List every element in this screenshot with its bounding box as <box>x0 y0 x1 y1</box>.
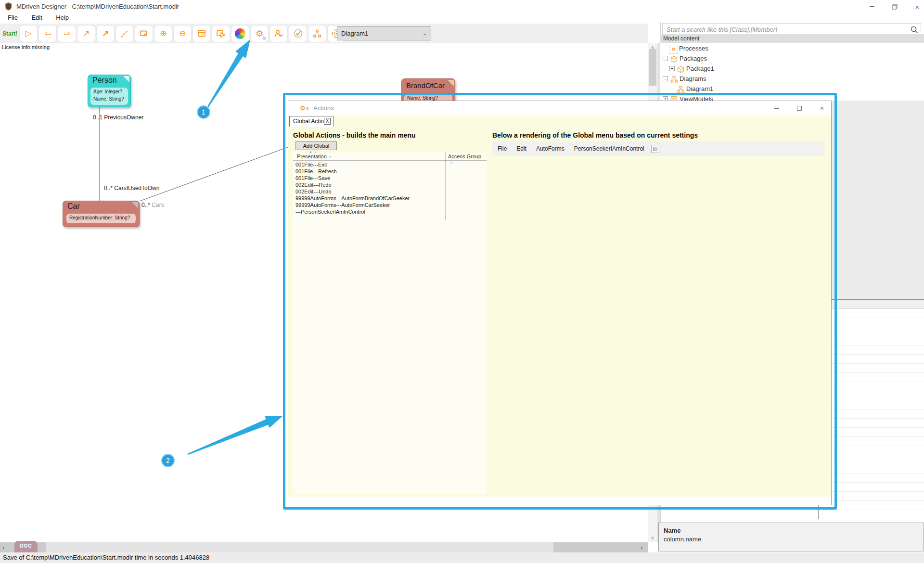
class-brandofcar-name: BrandOfCar <box>406 81 445 90</box>
person-attr-age: Age: Integer? <box>93 88 125 95</box>
package-icon <box>677 65 685 73</box>
assoc-previousowner-label: 0..1 PreviousOwner <box>93 114 143 121</box>
highlight-rectangle <box>283 93 837 510</box>
minimize-button[interactable] <box>865 3 879 11</box>
tree-item-package1[interactable]: + Package1 <box>660 64 924 74</box>
status-text: Save of C:\temp\MDrivenEducation\Start.m… <box>3 554 209 561</box>
model-content-header: Model content <box>660 34 924 43</box>
app-logo-icon <box>4 2 13 11</box>
tree-item-packages[interactable]: - Packages <box>660 54 924 64</box>
diagram-icon <box>670 75 678 83</box>
fold-corner-icon <box>123 76 129 82</box>
car-attr-registrationnumber: RegistrationNumber: String? <box>69 214 133 221</box>
styles-button[interactable] <box>231 25 249 42</box>
tree-item-processes[interactable]: » Processes <box>660 44 924 54</box>
viewmodel-editor-button[interactable] <box>308 25 326 42</box>
window-title: MDriven Designer - C:\temp\MDrivenEducat… <box>16 3 179 10</box>
property-label: Name <box>664 527 680 534</box>
zoom-in-button[interactable]: ⊕ <box>154 25 172 42</box>
check-circle-icon <box>293 28 303 38</box>
model-tree: » Processes - Packages + Package1 - Diag… <box>660 43 924 101</box>
search-icon[interactable] <box>910 26 919 34</box>
collapse-icon[interactable]: - <box>663 76 668 81</box>
zoom-out-icon: ⊖ <box>179 29 186 38</box>
class-person-name: Person <box>92 76 117 85</box>
scroll-left-icon[interactable]: ‹ <box>2 544 4 551</box>
step-1-badge: 1 <box>197 105 210 119</box>
access-groups-button[interactable] <box>270 25 288 42</box>
draw-association-button[interactable]: ↗ <box>77 25 95 42</box>
scroll-right-icon[interactable]: › <box>641 544 642 551</box>
validate-model-button[interactable] <box>192 25 211 42</box>
draw-dependency-button[interactable] <box>116 25 134 42</box>
node-tree-icon <box>312 29 322 38</box>
arrow-ne-icon: ↗ <box>83 29 90 38</box>
close-button[interactable]: × <box>910 3 924 11</box>
class-person[interactable]: Person Age: Integer? Name: String? <box>88 75 131 107</box>
status-bar: Save of C:\temp\MDrivenEducation\Start.m… <box>0 552 924 563</box>
autoform-run-button[interactable] <box>212 25 230 42</box>
run-button[interactable]: ▷ <box>19 25 38 42</box>
assoc-cars-label: 0..* Cars <box>141 202 164 208</box>
class-car[interactable]: Car RegistrationNumber: String? <box>63 201 140 227</box>
select-rect-icon <box>139 29 149 38</box>
gear-small-icon: ⚙ <box>262 36 266 41</box>
chevron-down-icon: ⌄ <box>423 30 427 37</box>
diagram-selector[interactable]: Diagram1 ⌄ <box>337 26 431 40</box>
zoom-in-icon: ⊕ <box>160 29 167 38</box>
processes-icon: » <box>669 45 678 54</box>
tree-item-diagrams[interactable]: - Diagrams <box>660 74 924 84</box>
expand-icon[interactable]: + <box>669 66 675 71</box>
vertical-scroll-thumb[interactable] <box>649 49 656 86</box>
window-play-icon <box>216 29 226 38</box>
name-property-panel: Name column.name <box>658 523 924 551</box>
settings-button[interactable]: ⚙⚙ <box>250 25 269 42</box>
class-car-name: Car <box>67 202 80 211</box>
menu-help[interactable]: Help <box>50 13 75 22</box>
dashed-line-icon <box>120 29 129 38</box>
draw-directed-association-button[interactable]: ↗ <box>96 25 115 42</box>
title-bar: MDriven Designer - C:\temp\MDrivenEducat… <box>0 0 924 13</box>
mdriven-designer-window: MDriven Designer - C:\temp\MDrivenEducat… <box>0 0 924 563</box>
step-2-badge: 2 <box>161 454 175 467</box>
property-value[interactable]: column.name <box>664 536 701 543</box>
search-input[interactable] <box>663 24 921 35</box>
navigate-back-button[interactable]: ⇦ <box>38 25 57 42</box>
navigate-forward-button[interactable]: ⇨ <box>58 25 76 42</box>
diagram-selector-value: Diagram1 <box>341 30 368 37</box>
fold-corner-icon <box>448 80 454 86</box>
ok-check-button[interactable] <box>289 25 307 42</box>
person-attr-name: Name: String? <box>93 95 125 102</box>
scroll-down-icon[interactable]: ∨ <box>648 535 657 540</box>
main-toolbar: Start! ▷ ⇦ ⇨ ↗ ↗ ⊕ ⊖ ⚙⚙ <box>0 24 648 43</box>
restore-button[interactable] <box>887 3 902 11</box>
color-wheel-icon <box>235 28 245 39</box>
diagram-icon <box>677 85 685 93</box>
collapse-icon[interactable]: - <box>663 56 668 61</box>
person-key-icon <box>274 29 283 38</box>
arrow-ne-bold-icon: ↗ <box>102 29 109 38</box>
zoom-out-button[interactable]: ⊖ <box>173 25 192 42</box>
package-icon <box>670 55 678 63</box>
play-icon: ▷ <box>26 29 32 38</box>
horizontal-scroll-thumb[interactable] <box>46 542 553 552</box>
arrow-left-icon: ⇦ <box>44 29 51 38</box>
select-tool-button[interactable] <box>135 25 153 42</box>
assoc-carsiusedtoown-label: 0..* CarsIUsedToOwn <box>104 185 159 192</box>
canvas-horizontal-scrollbar[interactable]: ‹ › <box>0 542 648 552</box>
fold-corner-icon <box>132 202 138 208</box>
menu-file[interactable]: File <box>2 13 24 22</box>
start-label[interactable]: Start! <box>2 30 17 37</box>
arrow-right-icon: ⇨ <box>64 29 70 38</box>
calendar-icon <box>197 29 206 38</box>
menu-edit[interactable]: Edit <box>26 13 48 22</box>
doc-tab[interactable]: DOC <box>14 541 38 552</box>
menu-bar: File Edit Help <box>0 13 924 24</box>
